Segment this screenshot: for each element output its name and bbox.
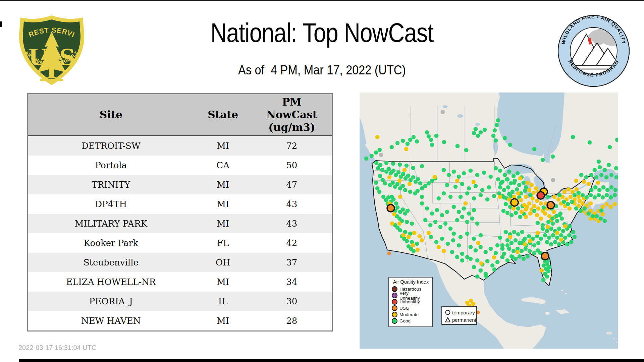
cell-state: MI — [194, 219, 252, 229]
cell-site: MILITARY PARK — [28, 219, 194, 229]
col-header-state: State — [194, 109, 252, 121]
aqi-legend-title: Air Quality Index — [392, 279, 430, 285]
aqi-color-dot-icon — [392, 286, 397, 292]
cell-value: 30 — [252, 296, 332, 306]
table-row: DETROIT-SWMI72 — [28, 136, 332, 156]
nowcast-table: Site State PM NowCast (ug/m3) DETROIT-SW… — [27, 93, 333, 331]
cell-state: CA — [194, 160, 252, 170]
cell-site: DP4TH — [28, 199, 194, 209]
cell-site: ELIZA HOWELL-NR — [28, 277, 194, 287]
cell-site: PEORIA_J — [28, 296, 194, 306]
permanent-triangle-icon — [445, 317, 451, 323]
aqi-legend: Air Quality Index HazardousVery Unhealth… — [388, 277, 433, 327]
temporary-label: temporary — [452, 310, 475, 315]
window-bottom-bar — [19, 359, 644, 362]
cell-site: Kooker Park — [28, 238, 194, 248]
cell-value: 47 — [252, 180, 332, 190]
table-row: TRINITYMI47 — [28, 175, 332, 194]
window-left-artifact — [0, 21, 2, 27]
table-row: Kooker ParkFL42 — [28, 233, 332, 253]
table-row: SteubenvilleOH37 — [28, 253, 332, 272]
cell-value: 43 — [252, 219, 332, 229]
island-jamaica — [545, 312, 550, 315]
cell-site: NEW HAVEN — [28, 316, 194, 326]
aqi-color-dot-icon — [392, 293, 397, 298]
aqi-legend-item: Very Unhealthy — [392, 292, 430, 299]
cell-value: 37 — [252, 257, 332, 267]
wfaqrp-logo-icon: WILDLAND FIRE • AIR QUALITY RESPONSE PRO… — [557, 14, 631, 88]
cell-value: 28 — [252, 316, 332, 326]
table-row: ELIZA HOWELL-NRMI34 — [28, 272, 332, 292]
table-row: DP4THMI43 — [28, 194, 332, 214]
aqi-legend-item: Moderate — [392, 311, 430, 318]
table-row: NEW HAVENMI28 — [28, 311, 332, 330]
aqi-legend-item: Good — [392, 318, 430, 324]
cell-state: MI — [194, 199, 252, 209]
aqi-legend-item: USG — [392, 305, 430, 311]
cell-value: 34 — [252, 277, 332, 287]
table-header: Site State PM NowCast (ug/m3) — [28, 94, 332, 136]
cell-site: Portola — [28, 160, 194, 170]
cell-state: FL — [194, 238, 252, 248]
permanent-label: permanent — [452, 317, 476, 323]
col-header-site: Site — [28, 109, 194, 121]
page-subtitle: As of 4 PM, Mar 17, 2022 (UTC) — [171, 63, 473, 77]
usfs-logo-icon: FOREST SERVICE U S DEPARTMENT OF AGRICUL… — [16, 14, 87, 87]
col-header-value: PM NowCast (ug/m3) — [252, 96, 332, 134]
cell-state: OH — [194, 257, 252, 267]
cell-site: TRINITY — [28, 180, 194, 190]
cell-value: 42 — [252, 238, 332, 248]
table-row: PortolaCA50 — [28, 156, 332, 175]
cell-state: MI — [194, 180, 252, 190]
cell-value: 72 — [252, 141, 332, 151]
cell-value: 43 — [252, 199, 332, 209]
aqi-legend-items: HazardousVery UnhealthyUnhealthyUSGModer… — [392, 286, 430, 324]
aqi-color-dot-icon — [392, 305, 397, 311]
cell-state: IL — [194, 296, 252, 306]
cell-state: MI — [194, 316, 252, 326]
cell-state: MI — [194, 277, 252, 287]
window-top-edge — [0, 0, 644, 1]
render-timestamp: 2022-03-17 16:31:04 UTC — [18, 344, 96, 352]
table-row: MILITARY PARKMI43 — [28, 214, 332, 233]
page-title: National: Top NowCast — [153, 17, 491, 48]
symbol-legend: temporary permanent — [441, 306, 477, 325]
table-body: DETROIT-SWMI72PortolaCA50TRINITYMI47DP4T… — [28, 136, 332, 330]
aqi-color-dot-icon — [392, 318, 397, 324]
table-row: PEORIA_JIL30 — [28, 292, 332, 311]
cell-value: 50 — [252, 160, 332, 170]
cell-site: DETROIT-SW — [28, 141, 194, 151]
temporary-circle-icon — [445, 309, 451, 315]
island-puerto-rico — [606, 332, 612, 335]
aqi-color-dot-icon — [392, 312, 397, 317]
aqi-color-dot-icon — [392, 299, 397, 305]
cell-state: MI — [194, 141, 252, 151]
cell-site: Steubenville — [28, 257, 194, 267]
